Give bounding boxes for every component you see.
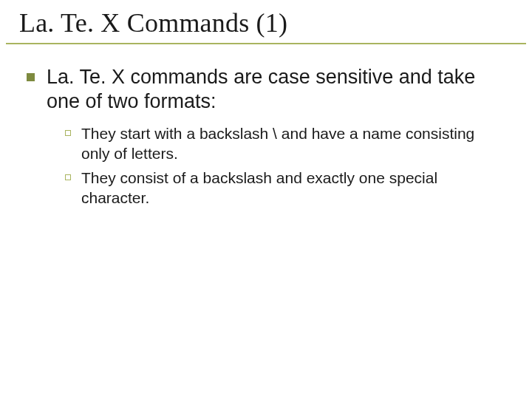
bullet-level2-text: They consist of a backslash and exactly … — [81, 168, 505, 208]
bullet-level2-text: They start with a backslash \ and have a… — [81, 124, 505, 164]
slide: La. Te. X Commands (1) La. Te. X command… — [0, 0, 532, 399]
hollow-square-bullet-icon — [65, 130, 71, 136]
slide-title: La. Te. X Commands (1) — [19, 7, 513, 38]
bullet-level1-text: La. Te. X commands are case sensitive an… — [47, 65, 505, 114]
bullet-level2: They start with a backslash \ and have a… — [65, 124, 505, 164]
bullet-level1: La. Te. X commands are case sensitive an… — [27, 65, 505, 114]
title-underline-wrap: La. Te. X Commands (1) — [6, 0, 526, 44]
bullet-level2: They consist of a backslash and exactly … — [65, 168, 505, 208]
bullet-level2-list: They start with a backslash \ and have a… — [27, 124, 505, 208]
hollow-square-bullet-icon — [65, 174, 71, 180]
square-bullet-icon — [27, 73, 35, 81]
slide-content: La. Te. X commands are case sensitive an… — [0, 44, 532, 208]
